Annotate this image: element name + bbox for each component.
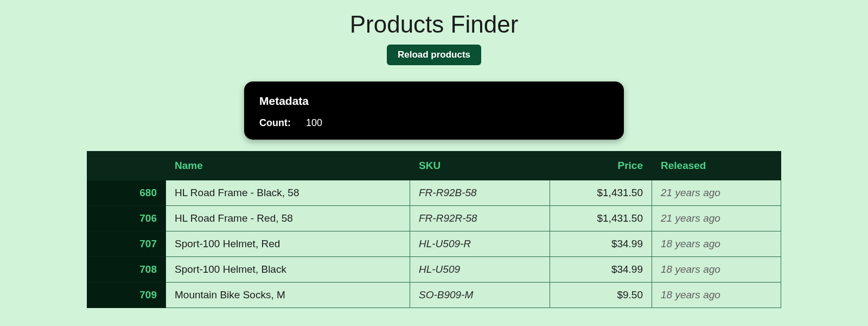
- page-title: Products Finder: [43, 11, 825, 38]
- col-header-price[interactable]: Price: [550, 152, 652, 180]
- table-row: 708Sport-100 Helmet, BlackHL-U509$34.991…: [87, 257, 781, 283]
- cell-released: 18 years ago: [652, 257, 781, 283]
- cell-sku: FR-R92R-58: [410, 206, 550, 231]
- cell-sku: FR-R92B-58: [410, 180, 550, 206]
- cell-name: HL Road Frame - Black, 58: [166, 180, 410, 206]
- cell-id: 707: [87, 231, 166, 257]
- reload-products-button[interactable]: Reload products: [387, 45, 481, 65]
- cell-price: $34.99: [550, 231, 652, 257]
- cell-released: 18 years ago: [652, 283, 781, 308]
- metadata-title: Metadata: [259, 95, 609, 108]
- metadata-count-label: Count:: [259, 117, 291, 129]
- table-row: 707Sport-100 Helmet, RedHL-U509-R$34.991…: [87, 231, 781, 257]
- col-header-released[interactable]: Released: [652, 152, 781, 180]
- cell-price: $1,431.50: [550, 180, 652, 206]
- cell-released: 21 years ago: [652, 180, 781, 206]
- cell-released: 21 years ago: [652, 206, 781, 231]
- cell-name: HL Road Frame - Red, 58: [166, 206, 410, 231]
- cell-price: $1,431.50: [550, 206, 652, 231]
- cell-name: Mountain Bike Socks, M: [166, 283, 410, 308]
- cell-released: 18 years ago: [652, 231, 781, 257]
- cell-id: 709: [87, 283, 166, 308]
- cell-name: Sport-100 Helmet, Black: [166, 257, 410, 283]
- cell-name: Sport-100 Helmet, Red: [166, 231, 410, 257]
- cell-sku: SO-B909-M: [410, 283, 550, 308]
- cell-sku: HL-U509-R: [410, 231, 550, 257]
- metadata-count-value: 100: [306, 117, 322, 129]
- cell-price: $34.99: [550, 257, 652, 283]
- col-header-name[interactable]: Name: [166, 152, 410, 180]
- cell-id: 708: [87, 257, 166, 283]
- cell-id: 706: [87, 206, 166, 231]
- table-row: 709Mountain Bike Socks, MSO-B909-M$9.501…: [87, 283, 781, 308]
- table-row: 706HL Road Frame - Red, 58FR-R92R-58$1,4…: [87, 206, 781, 231]
- col-header-sku[interactable]: SKU: [410, 152, 550, 180]
- cell-sku: HL-U509: [410, 257, 550, 283]
- col-header-id[interactable]: [87, 152, 166, 180]
- cell-price: $9.50: [550, 283, 652, 308]
- table-row: 680HL Road Frame - Black, 58FR-R92B-58$1…: [87, 180, 781, 206]
- products-table: Name SKU Price Released 680HL Road Frame…: [87, 151, 781, 308]
- cell-id: 680: [87, 180, 166, 206]
- metadata-card: Metadata Count: 100: [244, 82, 624, 140]
